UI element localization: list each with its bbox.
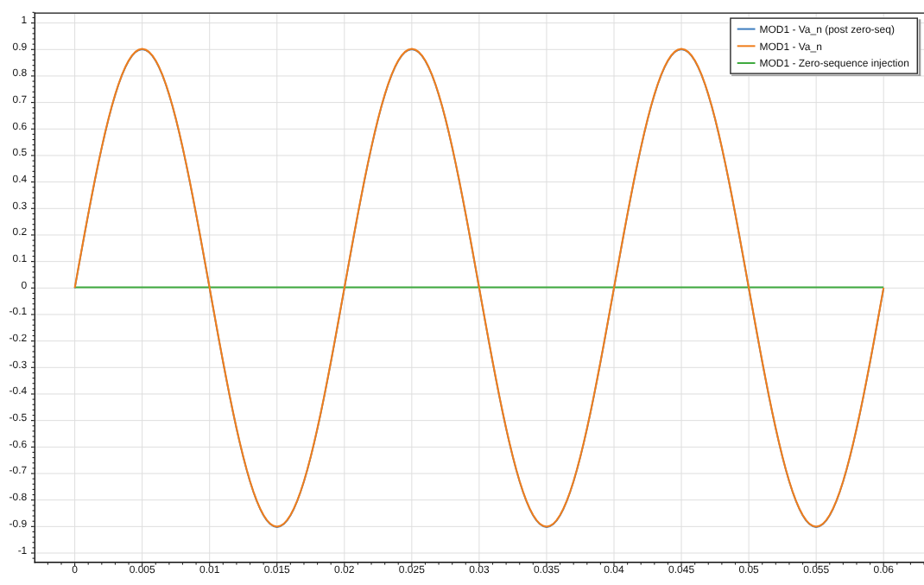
- svg-text:MOD1 - Va_n (post zero-seq): MOD1 - Va_n (post zero-seq): [759, 23, 895, 35]
- svg-text:-0.2: -0.2: [9, 332, 28, 344]
- svg-text:0.6: 0.6: [13, 120, 28, 132]
- svg-text:-0.8: -0.8: [9, 491, 28, 503]
- svg-text:0.035: 0.035: [534, 563, 560, 575]
- svg-text:1: 1: [22, 14, 28, 26]
- svg-text:0.025: 0.025: [399, 563, 425, 575]
- svg-text:0.04: 0.04: [604, 563, 624, 575]
- svg-text:0.05: 0.05: [738, 563, 759, 575]
- svg-text:0.02: 0.02: [334, 563, 355, 575]
- svg-text:0.005: 0.005: [130, 563, 155, 575]
- svg-text:0: 0: [22, 279, 28, 291]
- svg-text:0.5: 0.5: [13, 146, 28, 158]
- svg-text:0.03: 0.03: [469, 563, 490, 575]
- svg-text:0.4: 0.4: [13, 173, 28, 185]
- svg-text:MOD1 - Zero-sequence injection: MOD1 - Zero-sequence injection: [759, 57, 908, 69]
- svg-text:0.8: 0.8: [13, 67, 28, 79]
- svg-text:-1: -1: [18, 544, 28, 556]
- svg-text:-0.1: -0.1: [9, 305, 28, 317]
- svg-text:-0.4: -0.4: [9, 385, 28, 397]
- svg-text:0.045: 0.045: [668, 563, 694, 575]
- svg-text:-0.5: -0.5: [9, 411, 28, 423]
- svg-text:-0.9: -0.9: [9, 518, 28, 530]
- svg-text:0.2: 0.2: [13, 226, 28, 238]
- svg-text:0.055: 0.055: [803, 563, 829, 575]
- svg-text:-0.3: -0.3: [9, 359, 28, 371]
- svg-text:-0.7: -0.7: [9, 464, 28, 476]
- svg-text:0: 0: [72, 563, 78, 575]
- svg-text:0.06: 0.06: [874, 563, 895, 575]
- svg-text:0.9: 0.9: [13, 41, 28, 53]
- svg-text:0.1: 0.1: [13, 252, 28, 264]
- svg-text:MOD1 - Va_n: MOD1 - Va_n: [759, 41, 821, 53]
- svg-text:0.01: 0.01: [199, 563, 220, 575]
- svg-text:0.3: 0.3: [13, 200, 28, 212]
- svg-text:0.015: 0.015: [264, 563, 290, 575]
- svg-text:-0.6: -0.6: [9, 438, 28, 450]
- svg-text:0.7: 0.7: [13, 93, 28, 105]
